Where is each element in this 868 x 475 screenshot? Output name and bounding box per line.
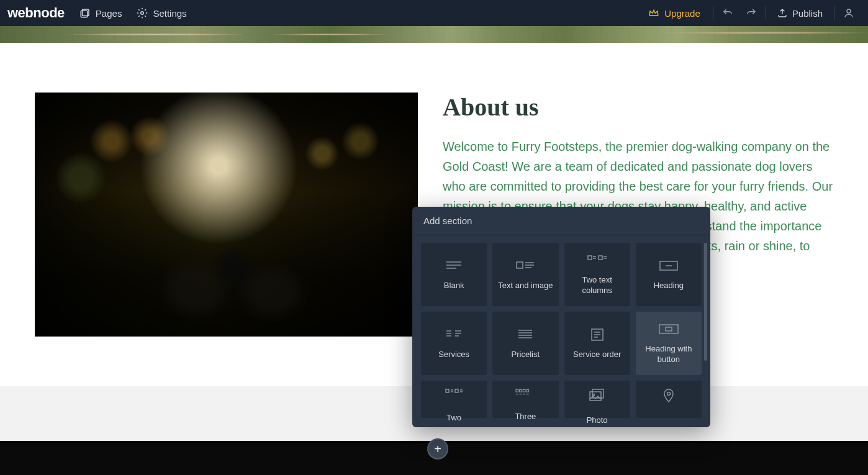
services-icon xyxy=(444,327,464,342)
option-label: Text and image xyxy=(498,281,553,291)
undo-icon xyxy=(722,7,733,19)
section-option-two-cols[interactable]: Two text columns xyxy=(564,243,630,306)
section-option-photo[interactable]: Photo xyxy=(564,381,630,418)
logo[interactable]: webnode xyxy=(7,5,65,21)
topbar-right: Upgrade Publish xyxy=(638,6,861,20)
svg-rect-41 xyxy=(516,389,518,392)
publish-button[interactable]: Publish xyxy=(769,8,831,19)
svg-point-2 xyxy=(141,12,144,15)
popup-grid-row3: Two Three Photo xyxy=(421,381,702,418)
divider xyxy=(713,6,713,20)
section-option-map[interactable] xyxy=(636,381,702,418)
three-icon xyxy=(515,388,535,398)
two-cols-icon xyxy=(587,253,607,268)
map-pin-icon xyxy=(659,388,679,403)
section-option-text-image[interactable]: Text and image xyxy=(492,243,558,306)
upload-icon xyxy=(777,8,787,18)
undo-button[interactable] xyxy=(716,7,739,19)
about-image[interactable] xyxy=(35,93,418,337)
svg-rect-34 xyxy=(666,327,672,331)
section-option-service-order[interactable]: Service order xyxy=(564,312,630,375)
pages-label: Pages xyxy=(96,8,122,19)
text-image-icon xyxy=(515,258,535,273)
pages-icon xyxy=(79,7,91,19)
option-label: Blank xyxy=(444,281,464,291)
svg-point-52 xyxy=(667,392,670,396)
two-icon xyxy=(444,388,464,399)
plus-icon: + xyxy=(434,442,441,456)
section-option-services[interactable]: Services xyxy=(421,312,487,375)
svg-rect-35 xyxy=(446,389,449,392)
blank-icon xyxy=(444,258,464,273)
option-label: Photo xyxy=(587,415,608,425)
section-option-heading[interactable]: Heading xyxy=(636,243,702,306)
crown-icon xyxy=(648,7,659,19)
add-section-popup: Add section Blank Text and image Two t xyxy=(412,207,710,427)
svg-rect-14 xyxy=(599,256,602,260)
redo-button[interactable] xyxy=(739,7,763,19)
heading-icon xyxy=(659,258,679,273)
svg-point-3 xyxy=(847,9,851,13)
section-option-blank[interactable]: Blank xyxy=(421,243,487,306)
option-label: Heading xyxy=(654,281,684,291)
pricelist-icon xyxy=(515,327,535,342)
svg-rect-11 xyxy=(588,256,592,260)
upgrade-label: Upgrade xyxy=(664,8,700,19)
section-option-heading-button[interactable]: Heading with button xyxy=(636,312,702,375)
redo-icon xyxy=(746,7,757,19)
popup-scrollbar[interactable] xyxy=(704,243,707,361)
photo-icon xyxy=(587,388,607,402)
gear-icon xyxy=(137,7,148,19)
option-label: Two xyxy=(446,413,461,422)
svg-rect-42 xyxy=(520,389,522,392)
pages-button[interactable]: Pages xyxy=(79,7,122,19)
popup-grid: Blank Text and image Two text columns He… xyxy=(421,243,702,375)
divider xyxy=(766,6,766,20)
svg-rect-43 xyxy=(523,389,526,392)
heading-button-icon xyxy=(659,322,679,337)
section-option-two[interactable]: Two xyxy=(421,381,487,418)
option-label: Services xyxy=(438,350,469,360)
publish-label: Publish xyxy=(792,8,823,19)
option-label: Three xyxy=(515,412,536,421)
option-label: Heading with button xyxy=(641,344,697,365)
divider xyxy=(834,6,834,20)
option-label: Pricelist xyxy=(512,350,540,360)
service-order-icon xyxy=(587,327,607,342)
section-option-pricelist[interactable]: Pricelist xyxy=(492,312,558,375)
person-icon xyxy=(843,7,854,19)
topbar-left: webnode Pages Settings xyxy=(7,5,187,21)
svg-rect-44 xyxy=(527,389,529,392)
account-button[interactable] xyxy=(837,7,861,19)
upgrade-button[interactable]: Upgrade xyxy=(638,7,710,19)
settings-button[interactable]: Settings xyxy=(137,7,186,19)
topbar: webnode Pages Settings Upgrade Publish xyxy=(0,0,868,26)
popup-title: Add section xyxy=(412,207,710,235)
section-option-three[interactable]: Three xyxy=(492,381,558,418)
option-label: Two text columns xyxy=(569,275,625,296)
svg-rect-33 xyxy=(659,325,678,333)
logo-text: webnode xyxy=(7,5,65,21)
svg-rect-38 xyxy=(455,389,458,392)
popup-body: Blank Text and image Two text columns He… xyxy=(412,235,710,427)
about-heading[interactable]: About us xyxy=(443,93,833,122)
hero-image-strip xyxy=(0,26,868,43)
settings-label: Settings xyxy=(153,8,186,19)
option-label: Service order xyxy=(573,350,621,360)
svg-rect-7 xyxy=(517,262,523,268)
add-section-button[interactable]: + xyxy=(427,438,448,459)
